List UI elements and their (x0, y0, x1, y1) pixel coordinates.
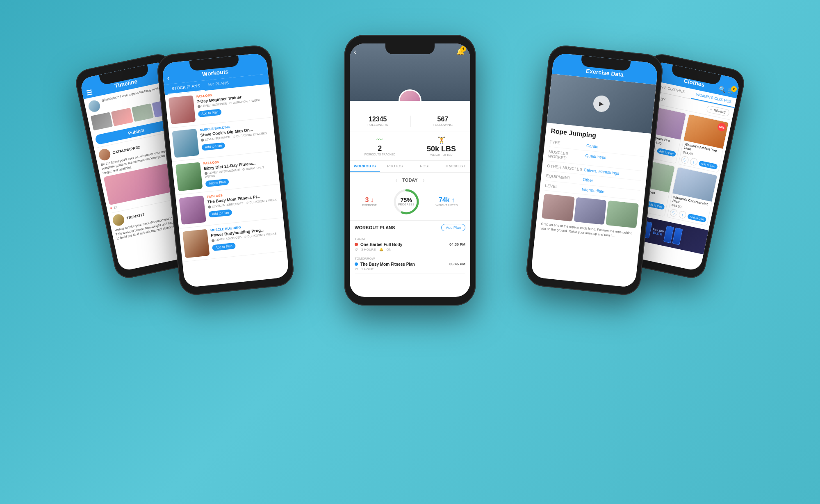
workout-info-2: MUSCLE BUILDING Steve Cook's Big Man On.… (200, 121, 273, 155)
today-section: ‹ TODAY › 3 ↓ EXERCISE (350, 173, 470, 221)
notch-3 (385, 43, 435, 54)
plan-date-2: TOMORROW (355, 257, 465, 260)
post-img-3 (132, 103, 154, 122)
post-img-2 (111, 107, 133, 126)
post-avatar-2 (112, 213, 125, 227)
wishlist-btn-2[interactable]: ♡ (681, 155, 689, 164)
plan-row-2: The Busy Mom Fitness Plan 05:45 PM (355, 262, 465, 267)
exercise-img-3 (606, 200, 639, 228)
add-plan-btn-1[interactable]: Add to Plan (198, 109, 222, 117)
other-muscles-value: Calves, Hamstrings (583, 167, 619, 176)
plan-status-1: ON (387, 248, 392, 251)
user-avatar (87, 99, 101, 113)
prev-day-btn[interactable]: ‹ (396, 177, 398, 183)
wishlist-btn-4[interactable]: ♡ (669, 208, 678, 217)
plan-details-1: ⏱ 3 HOURS 🔔 ON (355, 248, 465, 251)
tab-workouts[interactable]: WORKOUTS (350, 161, 380, 172)
add-to-cart-btn-2[interactable]: Add to Cart (698, 160, 718, 169)
supplement-text: RS LOW ELITE (651, 228, 664, 236)
add-plan-btn-4[interactable]: Add to Plan (208, 209, 232, 217)
workout-info-3: FAT-LOSS Bizzy Diet 21-Day Fitness... ⬤ … (203, 154, 276, 188)
level-value: Intermediate (581, 187, 604, 194)
profile-back-btn[interactable]: ‹ (354, 48, 356, 56)
add-to-cart-btn-1[interactable]: Add to Cart (657, 148, 676, 157)
workout-plans-section: WORKOUT PLANS Add Plan TODAY One-Barbel … (350, 221, 470, 277)
workout-metrics: 〰 2 WORKOUTS TRACKED 🏋 50k LBS WEIGHT LI… (350, 132, 470, 161)
exercise-img-1 (542, 194, 575, 221)
following-label: FOLLOWING (433, 123, 453, 127)
plan-duration-2: 1 HOUR (361, 267, 374, 271)
supplement-can-3 (672, 227, 683, 245)
type-value: Cardio (586, 143, 599, 149)
add-plan-outline-btn[interactable]: Add Plan (441, 224, 465, 231)
next-day-btn[interactable]: › (423, 177, 425, 183)
tab-photos[interactable]: PHOTOS (380, 161, 410, 172)
exercise-screen: Exercise Data ▶ Rope Jumping TYPE Cardio… (531, 52, 658, 288)
share-btn-2[interactable]: ↑ (689, 157, 698, 166)
weight-lifted-label: WEIGHT LIFTED (427, 153, 456, 156)
plan-item-1: TODAY One-Barbel Full Body 04:30 PM ⏱ 3 … (355, 235, 465, 254)
tab-tracklist[interactable]: TRACKLIST (440, 161, 471, 172)
followers-stat: 12345 FOLLOWERS (367, 116, 388, 127)
plan-name-2: The Busy Mom Fitness Plan (360, 262, 415, 267)
plan-duration-1: 3 HOURS (361, 248, 376, 251)
plan-date-1: TODAY (355, 237, 465, 241)
profile-stats: 12345 FOLLOWERS 567 FOLLOWING (350, 101, 470, 132)
post-avatar-1 (98, 148, 112, 161)
workout-thumb-4 (179, 195, 206, 224)
post-username-2: TREVX777 (126, 212, 145, 220)
progress-circle: 75% PROGRESS (392, 187, 421, 216)
workout-icon: 〰 (364, 136, 396, 144)
refine-button[interactable]: ≡ REFINE (706, 105, 730, 116)
search-icon[interactable]: 🔍 (718, 85, 727, 93)
post-username-1: CATALINAPRE2 (112, 145, 141, 155)
workout-thumb-3 (175, 162, 203, 191)
workouts-tracked-count: 2 (364, 144, 396, 153)
today-stats: 3 ↓ EXERCISE 75% PROGRESS (355, 187, 465, 216)
plan-name-row-1: One-Barbel Full Body (355, 242, 402, 247)
metrics-divider (411, 136, 411, 156)
clothes-item-4: Women's Contrast Hot Pant $44.00 ♡ ↑ Add… (667, 166, 718, 226)
profile-tabs: WORKOUTS PHOTOS POST TRACKLIST (350, 161, 470, 173)
cart-wrapper: 🛒 2 (727, 87, 736, 94)
exercise-count: 3 ↓ (362, 196, 376, 204)
exercise-stat: 3 ↓ EXERCISE (362, 196, 376, 207)
plan-details-2: ⏱ 1 HOUR (355, 267, 465, 271)
today-header: ‹ TODAY › (355, 177, 465, 183)
workout-info-4: FAT-LOSS The Busy Mom Fitness Pl... ⬤ LE… (207, 188, 280, 222)
phone-profile: ‹ 🔔 4 12345 FOLLOWERS 567 (344, 35, 476, 306)
type-label: TYPE (549, 139, 587, 148)
weight-today-stat: 74k ↑ WEIGHT LIFTED (436, 196, 458, 207)
likes-count-1: 12 (113, 205, 118, 210)
other-muscles-label: OTHER MUSCLES (547, 163, 584, 171)
workout-info-1: FAT-LOSS 7-Day Beginner Trainer ⬤ LEVEL:… (196, 87, 269, 121)
followers-count: 12345 (367, 116, 388, 123)
equipment-value: Other (583, 177, 593, 183)
following-count: 567 (433, 116, 453, 123)
share-btn-4[interactable]: ↑ (678, 210, 687, 219)
tab-post[interactable]: POST (410, 161, 440, 172)
plan-dot-1 (355, 243, 358, 246)
plan-name-row-2: The Busy Mom Fitness Plan (355, 262, 415, 267)
add-plan-btn-2[interactable]: Add to Plan (201, 142, 226, 151)
workout-plans-header: WORKOUT PLANS Add Plan (355, 224, 465, 231)
followers-label: FOLLOWERS (367, 123, 388, 127)
plan-duration-icon-1: ⏱ (355, 248, 358, 251)
back-icon[interactable]: ‹ (167, 74, 170, 82)
workout-list: FAT-LOSS 7-Day Beginner Trainer ⬤ LEVEL:… (165, 84, 287, 262)
add-plan-btn-3[interactable]: Add to Plan (205, 178, 229, 187)
cart-icon-wrapper: 🛒 2 (727, 87, 736, 94)
add-plan-btn-5[interactable]: Add to Plan (212, 242, 236, 251)
notification-badge: 4 (460, 46, 466, 52)
notification-area: 🔔 4 (456, 48, 465, 55)
muscles-label: MUSCLES WORKED (548, 149, 585, 162)
add-to-cart-btn-4[interactable]: Add to Cart (687, 213, 707, 222)
menu-icon[interactable]: ☰ (86, 88, 93, 97)
following-stat: 567 FOLLOWING (433, 116, 453, 127)
plan-duration-icon-2: ⏱ (355, 267, 358, 271)
phones-container: ☰ Timeline @laisdeleon I love a good ful… (82, 27, 738, 478)
exercise-label: EXERCISE (362, 204, 376, 207)
weight-today-count: 74k ↑ (436, 196, 458, 204)
progress-svg (392, 187, 421, 216)
level-label: LEVEL (545, 183, 582, 191)
